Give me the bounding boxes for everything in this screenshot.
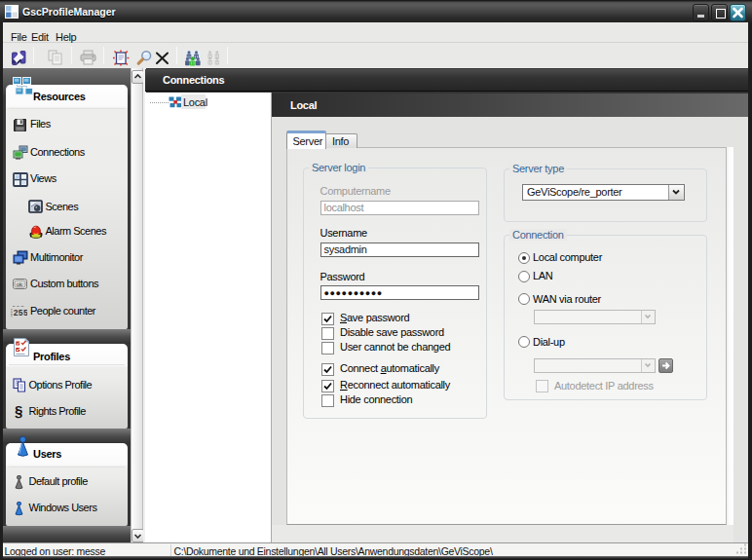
- svg-text:255: 255: [14, 308, 27, 317]
